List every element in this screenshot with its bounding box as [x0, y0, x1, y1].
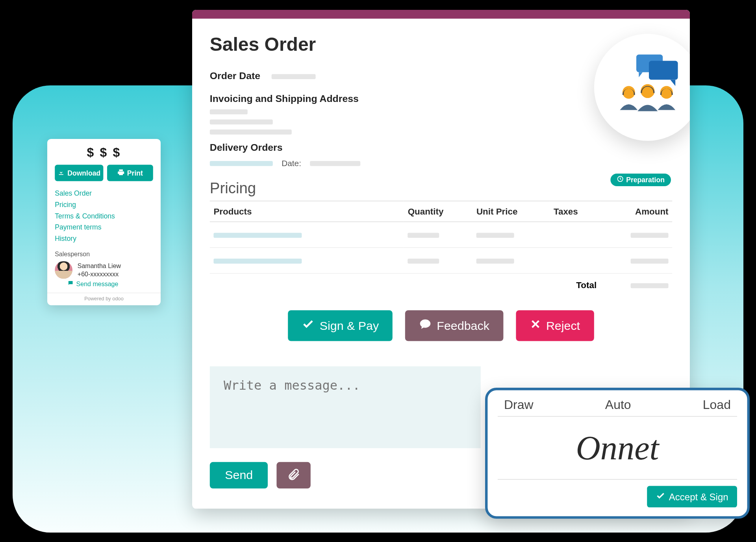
col-products: Products — [210, 201, 404, 222]
print-label: Print — [127, 169, 143, 176]
download-label: Download — [67, 169, 100, 176]
salesperson-name: Samantha Liew — [78, 262, 121, 270]
powered-by: Powered by odoo — [47, 292, 161, 301]
price-header: $ $ $ — [55, 145, 153, 160]
print-button[interactable]: Print — [107, 165, 153, 181]
page-title: Sales Order — [210, 33, 672, 55]
signature-panel: Draw Auto Load Onnet Accept & Sign — [485, 388, 750, 519]
signature-canvas[interactable]: Onnet — [498, 416, 737, 479]
col-unit-price: Unit Price — [472, 201, 550, 222]
signature-tab-draw[interactable]: Draw — [504, 398, 534, 412]
sidebar-link[interactable]: Terms & Conditions — [55, 210, 153, 221]
salesperson-row: Samantha Liew +60-xxxxxxxxx — [55, 261, 153, 279]
placeholder — [272, 74, 316, 79]
sidebar-link[interactable]: Pricing — [55, 199, 153, 210]
print-icon — [117, 168, 124, 177]
send-button[interactable]: Send — [210, 462, 268, 488]
check-icon — [656, 491, 665, 502]
chat-bubble-icon — [67, 280, 74, 287]
chat-icon — [419, 318, 432, 333]
feedback-label: Feedback — [437, 318, 489, 332]
download-icon — [57, 168, 65, 177]
reject-label: Reject — [546, 318, 580, 332]
paperclip-icon — [287, 467, 301, 483]
svg-rect-1 — [649, 61, 678, 80]
check-icon — [302, 318, 315, 333]
sidebar-link[interactable]: Payment terms — [55, 221, 153, 233]
sidebar-link[interactable]: History — [55, 233, 153, 244]
signature-tab-auto[interactable]: Auto — [605, 398, 631, 412]
order-date-label: Order Date — [210, 70, 260, 81]
status-text: Preparation — [626, 176, 665, 183]
close-icon — [530, 318, 541, 333]
pricing-table: Products Quantity Unit Price Taxes Amoun… — [210, 200, 672, 296]
sidebar-panel: $ $ $ Download Print Sales Order Pricing… — [47, 139, 161, 305]
attach-button[interactable] — [277, 462, 311, 488]
app-topbar — [192, 10, 690, 18]
delivery-label: Delivery Orders — [210, 142, 672, 154]
table-row — [210, 222, 672, 248]
delivery-row: Date: — [210, 158, 672, 168]
feedback-button[interactable]: Feedback — [405, 310, 503, 341]
accept-sign-button[interactable]: Accept & Sign — [647, 486, 737, 507]
col-quantity: Quantity — [404, 201, 472, 222]
sidebar-links: Sales Order Pricing Terms & Conditions P… — [55, 187, 153, 244]
total-label: Total — [210, 273, 600, 296]
send-message-link[interactable]: Send message — [67, 280, 153, 287]
message-input[interactable] — [210, 366, 481, 448]
clock-icon — [617, 175, 624, 183]
signature-tab-load[interactable]: Load — [703, 398, 731, 412]
salesperson-phone: +60-xxxxxxxxx — [78, 270, 121, 278]
delivery-date-label: Date: — [282, 158, 301, 168]
col-amount: Amount — [600, 201, 672, 222]
table-row — [210, 248, 672, 274]
col-taxes: Taxes — [550, 201, 600, 222]
avatar — [55, 261, 72, 279]
sign-pay-button[interactable]: Sign & Pay — [288, 310, 393, 341]
pricing-heading: Pricing — [210, 179, 672, 197]
sidebar-link[interactable]: Sales Order — [55, 187, 153, 199]
accept-sign-label: Accept & Sign — [669, 491, 728, 502]
status-badge: Preparation — [610, 174, 671, 186]
salesperson-heading: Salesperson — [55, 250, 153, 257]
send-message-label: Send message — [76, 280, 119, 287]
reject-button[interactable]: Reject — [516, 310, 594, 341]
sign-pay-label: Sign & Pay — [320, 318, 379, 332]
download-button[interactable]: Download — [55, 165, 103, 181]
